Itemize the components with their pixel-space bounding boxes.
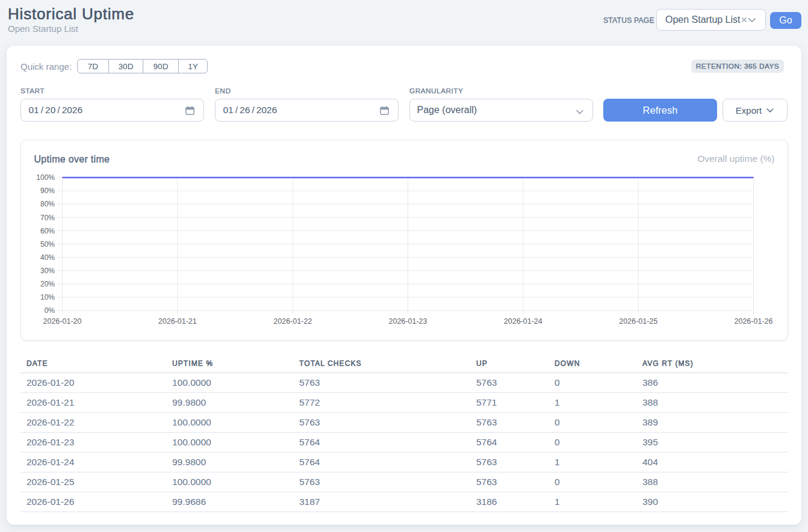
svg-text:30%: 30% xyxy=(40,266,54,274)
svg-text:2026-01-20: 2026-01-20 xyxy=(43,317,81,325)
svg-text:100%: 100% xyxy=(36,173,55,182)
svg-text:2026-01-21: 2026-01-21 xyxy=(158,317,196,325)
svg-text:2026-01-26: 2026-01-26 xyxy=(734,317,772,325)
svg-text:70%: 70% xyxy=(40,213,54,221)
svg-text:2026-01-23: 2026-01-23 xyxy=(388,317,427,325)
svg-text:10%: 10% xyxy=(40,293,54,302)
svg-text:2026-01-22: 2026-01-22 xyxy=(273,317,312,325)
svg-text:40%: 40% xyxy=(40,253,54,261)
svg-text:60%: 60% xyxy=(40,226,54,235)
svg-text:80%: 80% xyxy=(40,200,54,208)
svg-text:2026-01-24: 2026-01-24 xyxy=(503,317,542,325)
svg-text:0%: 0% xyxy=(44,306,55,315)
svg-text:2026-01-25: 2026-01-25 xyxy=(619,317,657,325)
svg-text:50%: 50% xyxy=(40,240,54,248)
svg-text:20%: 20% xyxy=(40,280,54,288)
svg-text:90%: 90% xyxy=(40,187,54,195)
